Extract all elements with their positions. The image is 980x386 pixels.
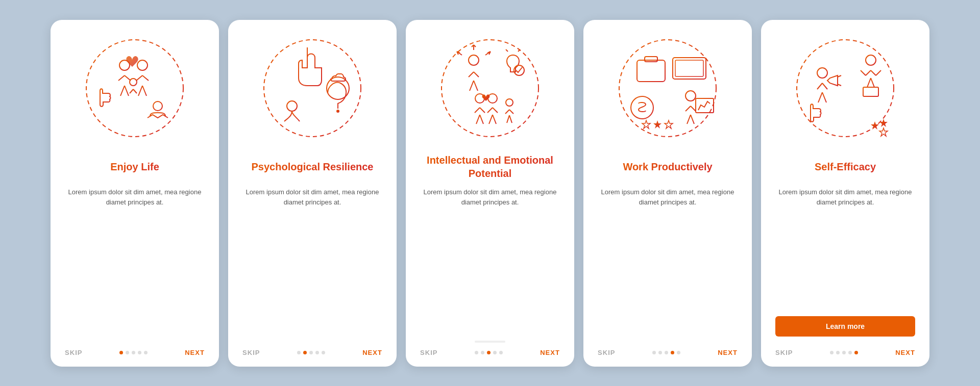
svg-rect-56: [673, 58, 706, 79]
card5-body: Lorem ipsum dolor sit dim amet, mea regi…: [775, 187, 915, 252]
dot1: [119, 351, 123, 354]
card-psychological-resilience: Psychological Resilience Lorem ipsum dol…: [228, 20, 397, 367]
svg-line-40: [480, 108, 485, 113]
svg-rect-57: [675, 60, 703, 76]
card2-next[interactable]: NEXT: [362, 349, 382, 356]
card4-title: Work Productively: [623, 153, 712, 180]
card4-next[interactable]: NEXT: [718, 349, 738, 356]
svg-line-15: [130, 89, 133, 93]
svg-line-46: [493, 108, 498, 113]
svg-line-10: [142, 75, 149, 81]
dot3: [132, 351, 135, 354]
enjoy-life-illustration: [79, 32, 191, 144]
svg-line-41: [476, 115, 480, 124]
card5-next[interactable]: NEXT: [895, 349, 915, 356]
dot2: [126, 351, 129, 354]
svg-point-13: [130, 79, 137, 86]
dot5: [677, 351, 680, 354]
card4-dots: [652, 351, 680, 354]
card5-dots: [830, 351, 858, 354]
svg-point-55: [619, 40, 716, 137]
card-enjoy-life: Enjoy Life Lorem ipsum dolor sit dim ame…: [51, 20, 219, 367]
svg-marker-86: [871, 121, 879, 130]
card4-footer: SKIP NEXT: [598, 349, 738, 356]
dot2: [303, 351, 307, 354]
svg-line-79: [866, 70, 871, 75]
svg-line-91: [817, 83, 822, 89]
card2-title: Psychological Resilience: [252, 153, 374, 180]
dot3: [842, 351, 846, 354]
card2-footer: SKIP NEXT: [242, 349, 382, 356]
svg-line-94: [822, 92, 826, 102]
svg-line-53: [507, 115, 509, 123]
dot4: [138, 351, 141, 354]
svg-point-0: [86, 40, 183, 137]
card3-body: Lorem ipsum dolor sit dim amet, mea regi…: [420, 187, 560, 262]
psych-resilience-illustration: [256, 32, 369, 144]
card-work-productively: Work Productively Lorem ipsum dolor sit …: [583, 20, 752, 367]
svg-line-80: [871, 70, 876, 75]
svg-point-68: [685, 91, 696, 101]
card-self-efficacy: Self-Efficacy Lorem ipsum dolor sit dim …: [761, 20, 929, 367]
svg-line-48: [493, 115, 496, 124]
svg-line-71: [691, 106, 696, 111]
svg-line-4: [125, 75, 131, 81]
svg-line-47: [489, 115, 493, 124]
card1-next[interactable]: NEXT: [185, 349, 205, 356]
svg-point-19: [287, 101, 297, 111]
svg-line-52: [509, 110, 513, 114]
card-intellectual-emotional: Intellectual and Emotional Potential Lor…: [406, 20, 574, 367]
svg-marker-67: [665, 120, 673, 128]
svg-line-45: [487, 108, 493, 113]
svg-line-70: [685, 106, 691, 111]
dot1: [652, 351, 656, 354]
card4-skip[interactable]: SKIP: [598, 349, 616, 356]
svg-line-72: [687, 115, 691, 124]
card3-skip[interactable]: SKIP: [420, 349, 438, 356]
svg-point-43: [488, 94, 497, 103]
svg-line-73: [691, 115, 694, 124]
svg-rect-85: [863, 87, 878, 96]
dot5: [322, 351, 325, 354]
card2-dots: [297, 351, 325, 354]
card2-skip[interactable]: SKIP: [242, 349, 260, 356]
dot5: [854, 351, 858, 354]
dot2: [658, 351, 662, 354]
svg-line-5: [120, 86, 125, 96]
card5-title: Self-Efficacy: [815, 153, 876, 180]
card5-skip[interactable]: SKIP: [775, 349, 793, 356]
svg-rect-60: [645, 57, 657, 62]
svg-point-77: [866, 55, 876, 65]
card1-body: Lorem ipsum dolor sit dim amet, mea regi…: [65, 187, 205, 264]
dot3: [309, 351, 313, 354]
card1-skip[interactable]: SKIP: [65, 349, 83, 356]
dot5: [499, 351, 503, 354]
svg-rect-59: [637, 60, 665, 82]
svg-point-17: [153, 101, 162, 111]
dot5: [144, 351, 148, 354]
dot3: [487, 351, 491, 354]
dot4: [315, 351, 319, 354]
card3-next[interactable]: NEXT: [540, 349, 560, 356]
svg-marker-66: [653, 120, 662, 128]
svg-line-92: [822, 83, 827, 89]
svg-line-54: [509, 115, 512, 123]
dot2: [836, 351, 840, 354]
svg-line-93: [818, 92, 822, 102]
svg-point-7: [137, 60, 148, 70]
dot1: [297, 351, 301, 354]
cards-container: Enjoy Life Lorem ipsum dolor sit dim ame…: [51, 20, 929, 367]
card3-divider: [475, 341, 505, 343]
svg-marker-88: [879, 128, 888, 136]
svg-line-35: [518, 49, 520, 52]
svg-line-3: [118, 75, 125, 81]
svg-line-51: [505, 110, 509, 114]
svg-line-34: [506, 49, 508, 52]
learn-more-button[interactable]: Learn more: [775, 316, 915, 337]
svg-line-83: [861, 70, 866, 75]
svg-line-39: [475, 108, 480, 113]
card5-footer: SKIP NEXT: [775, 349, 915, 356]
svg-point-89: [817, 68, 827, 78]
svg-line-12: [142, 86, 146, 96]
dot4: [848, 351, 852, 354]
